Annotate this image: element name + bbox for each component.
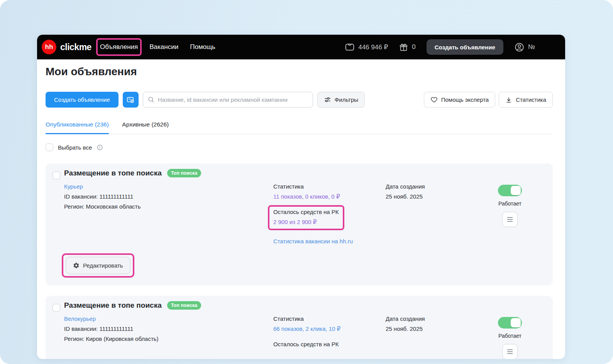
vacancy-column: Курьер ID вакансии: 111111111111 Регион:… [64,184,141,214]
select-all-checkbox[interactable] [46,143,53,151]
funds-block: Осталось средств на РК 2 900 из 2 900 ₽ [273,209,339,229]
search-icon [147,96,155,103]
stats-column: Статистика 11 показов, 0 кликов, 0 ₽ Ост… [273,184,353,248]
date-column: Дата создания 25 нояб. 2025 [386,316,425,336]
nav-item-help-label: Помощь [190,43,215,51]
tab-published[interactable]: Опубликованные (236) [46,121,109,134]
filters-label: Фильтры [335,96,358,103]
stats-value-link[interactable]: 66 показов, 2 клика, 10 ₽ [273,326,340,332]
card-menu-button[interactable] [502,212,518,227]
statistics-button[interactable]: Статистика [499,92,553,108]
status-column: Работает [498,317,522,359]
create-campaign-icon-button[interactable] [123,92,139,108]
brand-name: clickme [60,42,91,52]
ad-card: Размещение в топе поиска Топ поиска Вело… [46,296,553,359]
funds-value-link[interactable]: 2 900 из 2 900 ₽ [273,219,339,225]
card-header: Размещение в топе поиска Топ поиска [64,301,201,310]
ad-card: Размещение в топе поиска Топ поиска Курь… [46,163,553,285]
balance-indicator[interactable]: 446 946 ₽ [345,42,388,52]
nav-item-vacancies[interactable]: Вакансии [149,43,178,51]
tab-archived[interactable]: Архивные (2626) [122,121,169,133]
search-input[interactable] [143,92,313,108]
top-navigation-bar: hh clickme Объявления Вакансии Помощь [37,35,565,59]
created-label: Дата создания [386,184,425,190]
status-badge: Топ поиска [167,301,202,310]
card-checkbox[interactable] [52,304,60,312]
date-column: Дата создания 25 нояб. 2025 [386,184,425,204]
account-menu[interactable]: № [514,42,535,52]
edit-button[interactable]: Редактировать [66,257,130,274]
status-badge: Топ поиска [167,169,202,177]
brand-logo-group[interactable]: hh clickme [42,40,91,54]
edit-button-wrap: Редактировать [66,257,130,274]
hh-stats-link[interactable]: Статистика вакансии на hh.ru [273,238,353,244]
filters-icon [324,96,331,103]
main-nav: Объявления Вакансии Помощь [100,43,215,51]
funds-block: Осталось средств на РК [273,341,339,351]
stats-label: Статистика [273,184,353,190]
created-value: 25 нояб. 2025 [386,194,425,200]
toolbar-right: Помощь эксперта Статистика [424,92,553,108]
gear-icon [73,262,80,269]
edit-button-label: Редактировать [83,262,123,269]
vacancy-region: Регион: Московская область [64,204,141,210]
funds-label: Осталось средств на РК [273,341,339,347]
hh-logo-text: hh [45,43,53,51]
topbar-right-group: 446 946 ₽ 0 Создать объявление [345,39,535,55]
created-value: 25 нояб. 2025 [386,326,425,332]
active-toggle[interactable] [498,317,522,329]
card-title: Размещение в топе поиска [64,169,162,177]
vacancy-link[interactable]: Велокурьер [64,316,159,322]
gift-count: 0 [412,43,415,51]
statistics-label: Статистика [516,96,546,103]
toolbar-left: Создать объявление [46,92,365,108]
stats-label: Статистика [273,316,340,322]
wallet-icon [345,42,355,52]
page-title: Мои объявления [46,66,137,78]
stats-column: Статистика 66 показов, 2 клика, 10 ₽ Ост… [273,316,340,355]
gift-counter[interactable]: 0 [399,42,415,52]
main-content: Мои объявления Создать объявление [37,59,565,359]
vacancy-id: ID вакансии: 111111111111 [64,194,141,200]
status-column: Работает [498,185,522,227]
heart-icon [430,96,438,103]
active-toggle[interactable] [498,185,522,196]
nav-item-ads[interactable]: Объявления [100,43,138,51]
balance-value: 446 946 ₽ [358,43,388,51]
add-campaign-icon [126,96,135,104]
vacancy-id: ID вакансии: 111111111111 [64,326,159,332]
vacancy-region: Регион: Киров (Кировская область) [64,336,159,342]
nav-item-help[interactable]: Помощь [190,43,215,51]
created-label: Дата создания [386,316,425,322]
info-icon[interactable] [97,144,103,151]
vacancy-link[interactable]: Курьер [64,184,141,190]
filters-button[interactable]: Фильтры [317,92,365,108]
select-all-label: Выбрать все [58,144,92,151]
toggle-knob [511,186,521,195]
page-window: hh clickme Объявления Вакансии Помощь [37,35,565,359]
toggle-knob [511,318,521,327]
nav-item-ads-label: Объявления [100,43,138,51]
status-label: Работает [494,333,525,339]
gift-icon [399,42,408,52]
card-menu-button[interactable] [502,344,518,359]
hh-logo: hh [42,40,56,54]
stats-value-link[interactable]: 11 показов, 0 кликов, 0 ₽ [273,194,353,200]
vacancy-column: Велокурьер ID вакансии: 111111111111 Рег… [64,316,159,346]
header-create-ad-button[interactable]: Создать объявление [427,39,503,55]
card-header: Размещение в топе поиска Топ поиска [64,169,201,177]
download-icon [505,96,512,103]
expert-help-label: Помощь эксперта [441,96,489,103]
tabs-bar: Опубликованные (236) Архивные (2626) [46,121,553,134]
user-icon [514,42,525,52]
search-field-wrap [143,92,313,108]
card-checkbox[interactable] [52,172,60,179]
status-label: Работает [494,201,525,207]
select-all-row: Выбрать все [46,143,103,151]
create-ad-button[interactable]: Создать объявление [46,92,119,108]
expert-help-button[interactable]: Помощь эксперта [424,92,496,108]
account-label: № [528,43,535,51]
nav-item-vacancies-label: Вакансии [149,43,178,51]
app-background: hh clickme Объявления Вакансии Помощь [0,0,613,364]
card-title: Размещение в топе поиска [64,301,162,310]
